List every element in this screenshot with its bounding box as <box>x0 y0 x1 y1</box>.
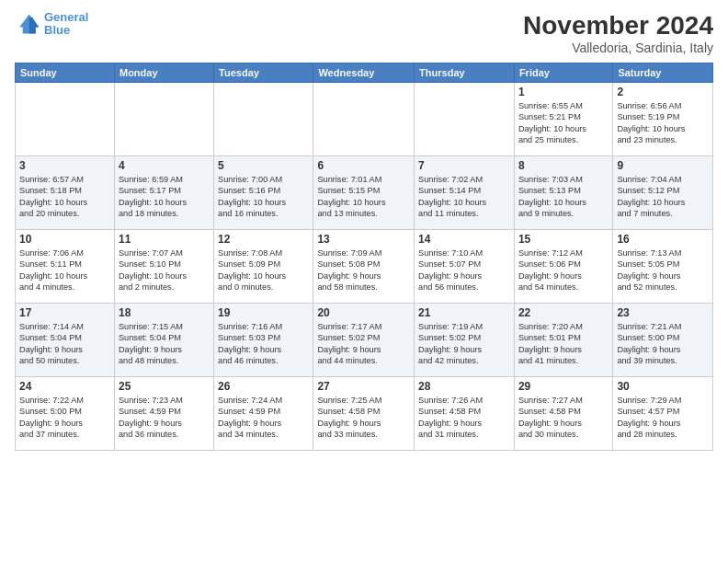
day-info: Sunrise: 7:07 AM Sunset: 5:10 PM Dayligh… <box>119 247 210 293</box>
calendar-cell-w2-d4: 14Sunrise: 7:10 AM Sunset: 5:07 PM Dayli… <box>415 230 515 304</box>
calendar-cell-w1-d6: 9Sunrise: 7:04 AM Sunset: 5:12 PM Daylig… <box>613 156 713 230</box>
week-row-2: 10Sunrise: 7:06 AM Sunset: 5:11 PM Dayli… <box>16 230 713 304</box>
calendar-cell-w1-d2: 5Sunrise: 7:00 AM Sunset: 5:16 PM Daylig… <box>214 156 313 230</box>
calendar: Sunday Monday Tuesday Wednesday Thursday… <box>15 63 713 451</box>
day-info: Sunrise: 7:25 AM Sunset: 4:58 PM Dayligh… <box>317 395 410 441</box>
calendar-cell-w0-d4 <box>415 83 515 156</box>
day-info: Sunrise: 7:26 AM Sunset: 4:58 PM Dayligh… <box>418 395 510 441</box>
calendar-cell-w0-d6: 2Sunrise: 6:56 AM Sunset: 5:19 PM Daylig… <box>613 83 713 156</box>
day-info: Sunrise: 7:19 AM Sunset: 5:02 PM Dayligh… <box>418 321 510 367</box>
header-saturday: Saturday <box>613 63 713 83</box>
calendar-cell-w3-d4: 21Sunrise: 7:19 AM Sunset: 5:02 PM Dayli… <box>415 304 515 377</box>
header-tuesday: Tuesday <box>214 63 313 83</box>
day-number: 14 <box>418 233 510 246</box>
day-info: Sunrise: 7:02 AM Sunset: 5:14 PM Dayligh… <box>418 174 510 220</box>
day-info: Sunrise: 7:10 AM Sunset: 5:07 PM Dayligh… <box>418 247 510 293</box>
header-sunday: Sunday <box>16 63 115 83</box>
logo-icon <box>15 11 40 37</box>
day-number: 11 <box>119 233 210 246</box>
calendar-cell-w3-d5: 22Sunrise: 7:20 AM Sunset: 5:01 PM Dayli… <box>514 304 613 377</box>
day-number: 19 <box>218 306 309 319</box>
day-number: 28 <box>418 380 510 393</box>
header-wednesday: Wednesday <box>313 63 415 83</box>
calendar-cell-w3-d6: 23Sunrise: 7:21 AM Sunset: 5:00 PM Dayli… <box>613 304 713 377</box>
calendar-cell-w0-d0 <box>16 83 115 156</box>
header-friday: Friday <box>514 63 613 83</box>
day-info: Sunrise: 6:57 AM Sunset: 5:18 PM Dayligh… <box>19 174 110 220</box>
calendar-cell-w4-d6: 30Sunrise: 7:29 AM Sunset: 4:57 PM Dayli… <box>613 377 713 451</box>
calendar-cell-w2-d2: 12Sunrise: 7:08 AM Sunset: 5:09 PM Dayli… <box>214 230 313 304</box>
header: General Blue November 2024 Valledoria, S… <box>15 11 713 55</box>
day-number: 12 <box>218 233 309 246</box>
calendar-cell-w3-d0: 17Sunrise: 7:14 AM Sunset: 5:04 PM Dayli… <box>16 304 115 377</box>
day-info: Sunrise: 7:17 AM Sunset: 5:02 PM Dayligh… <box>317 321 410 367</box>
calendar-cell-w3-d1: 18Sunrise: 7:15 AM Sunset: 5:04 PM Dayli… <box>114 304 213 377</box>
day-number: 8 <box>518 159 609 172</box>
month-title: November 2024 <box>523 11 713 40</box>
day-number: 13 <box>317 233 410 246</box>
day-info: Sunrise: 7:06 AM Sunset: 5:11 PM Dayligh… <box>19 247 110 293</box>
day-number: 2 <box>617 86 709 98</box>
day-info: Sunrise: 7:15 AM Sunset: 5:04 PM Dayligh… <box>119 321 210 367</box>
calendar-cell-w2-d1: 11Sunrise: 7:07 AM Sunset: 5:10 PM Dayli… <box>114 230 213 304</box>
calendar-cell-w4-d3: 27Sunrise: 7:25 AM Sunset: 4:58 PM Dayli… <box>313 377 415 451</box>
day-number: 6 <box>317 159 410 172</box>
calendar-cell-w4-d1: 25Sunrise: 7:23 AM Sunset: 4:59 PM Dayli… <box>114 377 213 451</box>
calendar-cell-w4-d2: 26Sunrise: 7:24 AM Sunset: 4:59 PM Dayli… <box>214 377 313 451</box>
calendar-cell-w3-d2: 19Sunrise: 7:16 AM Sunset: 5:03 PM Dayli… <box>214 304 313 377</box>
week-row-0: 1Sunrise: 6:55 AM Sunset: 5:21 PM Daylig… <box>16 83 713 156</box>
day-number: 27 <box>317 380 410 393</box>
day-number: 4 <box>119 159 210 172</box>
day-info: Sunrise: 7:27 AM Sunset: 4:58 PM Dayligh… <box>518 395 609 441</box>
day-info: Sunrise: 7:16 AM Sunset: 5:03 PM Dayligh… <box>218 321 309 367</box>
title-block: November 2024 Valledoria, Sardinia, Ital… <box>523 11 713 55</box>
day-number: 22 <box>518 306 609 319</box>
day-info: Sunrise: 6:59 AM Sunset: 5:17 PM Dayligh… <box>119 174 210 220</box>
day-info: Sunrise: 7:14 AM Sunset: 5:04 PM Dayligh… <box>19 321 110 367</box>
day-info: Sunrise: 7:08 AM Sunset: 5:09 PM Dayligh… <box>218 247 309 293</box>
calendar-cell-w2-d6: 16Sunrise: 7:13 AM Sunset: 5:05 PM Dayli… <box>613 230 713 304</box>
calendar-cell-w1-d4: 7Sunrise: 7:02 AM Sunset: 5:14 PM Daylig… <box>415 156 515 230</box>
day-number: 21 <box>418 306 510 319</box>
weekday-header-row: Sunday Monday Tuesday Wednesday Thursday… <box>16 63 713 83</box>
day-info: Sunrise: 7:22 AM Sunset: 5:00 PM Dayligh… <box>19 395 110 441</box>
calendar-cell-w1-d0: 3Sunrise: 6:57 AM Sunset: 5:18 PM Daylig… <box>16 156 115 230</box>
day-number: 24 <box>19 380 110 393</box>
calendar-cell-w0-d1 <box>114 83 213 156</box>
day-number: 29 <box>518 380 609 393</box>
day-number: 23 <box>617 306 709 319</box>
calendar-cell-w4-d4: 28Sunrise: 7:26 AM Sunset: 4:58 PM Dayli… <box>415 377 515 451</box>
day-info: Sunrise: 7:29 AM Sunset: 4:57 PM Dayligh… <box>617 395 709 441</box>
logo-text: General Blue <box>44 11 88 38</box>
day-number: 20 <box>317 306 410 319</box>
day-info: Sunrise: 6:56 AM Sunset: 5:19 PM Dayligh… <box>617 100 709 146</box>
day-number: 17 <box>19 306 110 319</box>
day-info: Sunrise: 7:13 AM Sunset: 5:05 PM Dayligh… <box>617 247 709 293</box>
day-number: 7 <box>418 159 510 172</box>
week-row-4: 24Sunrise: 7:22 AM Sunset: 5:00 PM Dayli… <box>16 377 713 451</box>
week-row-3: 17Sunrise: 7:14 AM Sunset: 5:04 PM Dayli… <box>16 304 713 377</box>
day-number: 15 <box>518 233 609 246</box>
day-info: Sunrise: 6:55 AM Sunset: 5:21 PM Dayligh… <box>518 100 609 146</box>
day-number: 1 <box>518 86 609 98</box>
location: Valledoria, Sardinia, Italy <box>523 40 713 55</box>
day-number: 18 <box>119 306 210 319</box>
calendar-cell-w0-d2 <box>214 83 313 156</box>
day-info: Sunrise: 7:09 AM Sunset: 5:08 PM Dayligh… <box>317 247 410 293</box>
calendar-cell-w1-d3: 6Sunrise: 7:01 AM Sunset: 5:15 PM Daylig… <box>313 156 415 230</box>
calendar-cell-w1-d5: 8Sunrise: 7:03 AM Sunset: 5:13 PM Daylig… <box>514 156 613 230</box>
day-info: Sunrise: 7:03 AM Sunset: 5:13 PM Dayligh… <box>518 174 609 220</box>
calendar-cell-w0-d3 <box>313 83 415 156</box>
day-number: 30 <box>617 380 709 393</box>
header-thursday: Thursday <box>415 63 515 83</box>
day-info: Sunrise: 7:21 AM Sunset: 5:00 PM Dayligh… <box>617 321 709 367</box>
day-number: 9 <box>617 159 709 172</box>
day-number: 25 <box>119 380 210 393</box>
day-info: Sunrise: 7:23 AM Sunset: 4:59 PM Dayligh… <box>119 395 210 441</box>
day-number: 26 <box>218 380 309 393</box>
day-number: 16 <box>617 233 709 246</box>
calendar-cell-w4-d0: 24Sunrise: 7:22 AM Sunset: 5:00 PM Dayli… <box>16 377 115 451</box>
day-info: Sunrise: 7:00 AM Sunset: 5:16 PM Dayligh… <box>218 174 309 220</box>
day-info: Sunrise: 7:01 AM Sunset: 5:15 PM Dayligh… <box>317 174 410 220</box>
day-number: 10 <box>19 233 110 246</box>
